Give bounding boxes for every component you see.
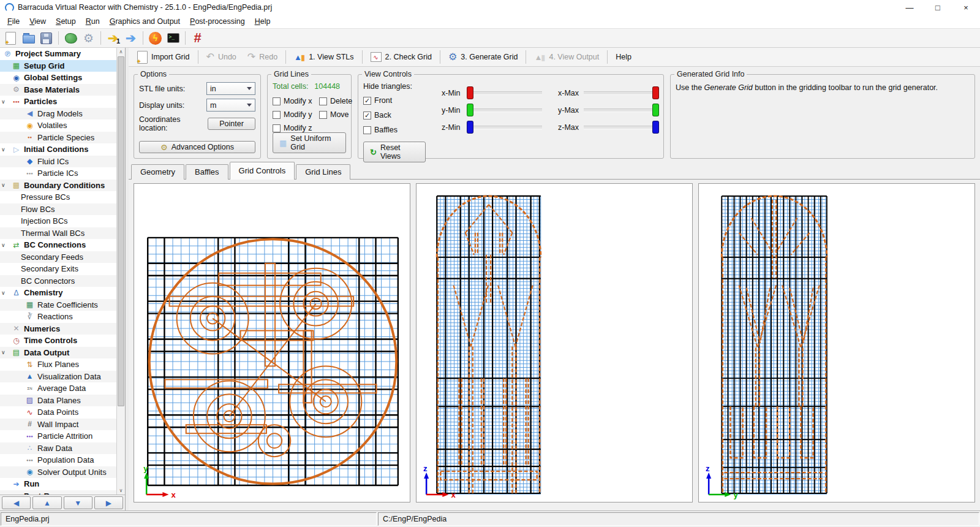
- y-min-slider-handle[interactable]: [467, 104, 473, 116]
- viewport-side-canvas[interactable]: zy: [699, 184, 974, 502]
- import-stl-icon[interactable]: [62, 30, 79, 46]
- check-grid-button[interactable]: ∿2. Check Grid: [366, 51, 437, 63]
- menu-file[interactable]: File: [2, 16, 24, 27]
- expander-icon[interactable]: ∨: [1, 290, 6, 296]
- scrollbar-thumb[interactable]: [118, 56, 124, 406]
- expander-icon[interactable]: ∨: [1, 146, 6, 153]
- hide-triangles-back-checkbox[interactable]: ✓Back: [363, 111, 435, 119]
- pointer-button[interactable]: Pointer: [208, 118, 255, 130]
- sidebar-item-boundary-conditions[interactable]: ∨▩Boundary Conditions: [0, 180, 117, 192]
- sidebar-item-initial-conditions[interactable]: ∨▷Initial Conditions: [0, 143, 117, 156]
- stl-file-units-select[interactable]: in: [206, 82, 255, 95]
- sidebar-item-base-materials[interactable]: ⚙Base Materials: [0, 84, 117, 96]
- sidebar-item-post-run[interactable]: ●Post-Run: [0, 490, 117, 495]
- sidebar-item-bc-connections[interactable]: ∨⇄BC Connections: [0, 239, 117, 251]
- menu-post-processing[interactable]: Post-processing: [185, 16, 250, 27]
- x-max-slider[interactable]: [584, 91, 658, 95]
- sidebar-item-visualization-data[interactable]: ▲Visualization Data: [0, 371, 117, 383]
- sidebar-item-particle-attrition[interactable]: ●●●Particle Attrition: [0, 430, 117, 442]
- import-grid-button[interactable]: ✦Import Grid: [132, 50, 195, 65]
- menu-run[interactable]: Run: [81, 16, 105, 27]
- expander-icon[interactable]: ∨: [1, 349, 6, 355]
- sidebar-item-average-data[interactable]: ΣNAverage Data: [0, 382, 117, 395]
- expander-icon[interactable]: ∨: [1, 182, 6, 188]
- nav-up-button[interactable]: ▲: [32, 496, 61, 509]
- sidebar-item-volatiles[interactable]: ◉Volatiles: [0, 119, 117, 132]
- menu-setup[interactable]: Setup: [51, 16, 81, 27]
- expander-icon[interactable]: ∨: [1, 242, 6, 248]
- open-project-icon[interactable]: [20, 30, 37, 46]
- sidebar-item-secondary-feeds[interactable]: Secondary Feeds: [0, 251, 117, 264]
- sidebar-item-global-settings[interactable]: ◉Global Settings: [0, 72, 117, 84]
- sidebar-item-run[interactable]: ➔Run: [0, 478, 117, 490]
- scroll-up-icon[interactable]: ∧: [117, 48, 125, 56]
- minimize-button[interactable]: —: [895, 0, 924, 15]
- expander-icon[interactable]: ∨: [1, 99, 6, 105]
- restore-button[interactable]: □: [924, 0, 952, 15]
- view-stls-button[interactable]: ▲▮1. View STLs: [289, 51, 358, 63]
- y-max-slider-handle[interactable]: [652, 104, 659, 116]
- tab-baffles[interactable]: Baffles: [186, 164, 228, 180]
- advanced-options-button[interactable]: ⚙ Advanced Options: [139, 141, 255, 153]
- z-max-slider-handle[interactable]: [652, 121, 659, 134]
- grid-lines-modify-y-checkbox[interactable]: Modify y: [273, 110, 319, 119]
- viewport-side-view[interactable]: zy: [698, 183, 975, 502]
- nav-right-button[interactable]: ▶: [94, 496, 123, 509]
- menu-help[interactable]: Help: [250, 16, 276, 27]
- display-units-select[interactable]: m: [206, 99, 255, 112]
- sidebar-item-population-data[interactable]: ●●●Population Data: [0, 454, 117, 466]
- y-min-slider[interactable]: [467, 108, 542, 112]
- tab-grid-lines[interactable]: Grid Lines: [296, 164, 350, 180]
- viewport-top-canvas[interactable]: yx: [134, 184, 410, 502]
- y-max-slider[interactable]: [584, 108, 658, 112]
- grid-lines-modify-z-checkbox[interactable]: Modify z: [273, 124, 319, 132]
- sidebar-item-solver-output-units[interactable]: ◉Solver Output Units: [0, 466, 117, 479]
- sidebar-item-setup-grid[interactable]: ▦Setup Grid: [0, 60, 117, 72]
- viewport-top-view[interactable]: yx: [134, 183, 410, 502]
- tab-geometry[interactable]: Geometry: [131, 164, 184, 180]
- hide-triangles-baffles-checkbox[interactable]: Baffles: [363, 126, 435, 134]
- sidebar-item-time-controls[interactable]: ◷Time Controls: [0, 335, 117, 347]
- step-one-arrow-icon[interactable]: ➔1: [105, 30, 121, 46]
- sidebar-item-chemistry[interactable]: ∨ΔChemistry: [0, 287, 117, 299]
- sidebar-item-reactions[interactable]: ∛Reactions: [0, 311, 117, 323]
- sidebar-item-fluid-ics[interactable]: ◆Fluid ICs: [0, 156, 117, 168]
- grid-gear-icon[interactable]: ⚙: [80, 30, 97, 46]
- sidebar-item-wall-impact[interactable]: #Wall Impact: [0, 419, 117, 431]
- viewport-front-view[interactable]: zx: [416, 183, 693, 502]
- sidebar-item-numerics[interactable]: ✕Numerics: [0, 323, 117, 335]
- x-max-slider-handle[interactable]: [652, 86, 659, 99]
- wall-grid-icon[interactable]: #: [189, 30, 206, 46]
- sidebar-item-raw-data[interactable]: ∴Raw Data: [0, 442, 117, 455]
- sidebar-item-flux-planes[interactable]: ⇅Flux Planes: [0, 358, 117, 371]
- z-min-slider-handle[interactable]: [467, 121, 473, 134]
- z-min-slider[interactable]: [467, 126, 542, 129]
- sidebar-item-particle-species[interactable]: ●●Particle Species: [0, 132, 117, 144]
- z-max-slider[interactable]: [584, 126, 658, 129]
- nav-down-button[interactable]: ▼: [64, 496, 92, 509]
- grid-lines-modify-x-checkbox[interactable]: Modify x: [273, 97, 319, 105]
- scroll-down-icon[interactable]: ∨: [117, 487, 125, 495]
- sidebar-item-data-output[interactable]: ∨▤Data Output: [0, 347, 117, 359]
- run-solver-icon[interactable]: ϟ: [147, 30, 164, 46]
- menu-view[interactable]: View: [24, 16, 51, 27]
- x-min-slider-handle[interactable]: [467, 86, 473, 99]
- sidebar-item-particle-ics[interactable]: ●●●Particle ICs: [0, 167, 117, 180]
- sidebar-item-thermal-wall-bcs[interactable]: Thermal Wall BCs: [0, 227, 117, 240]
- terminal-icon[interactable]: >_: [165, 30, 181, 46]
- viewport-front-canvas[interactable]: zx: [417, 184, 692, 502]
- sidebar-item-pressure-bcs[interactable]: Pressure BCs: [0, 191, 117, 203]
- sidebar-item-flow-bcs[interactable]: Flow BCs: [0, 203, 117, 216]
- step-forward-arrow-icon[interactable]: ➔: [123, 30, 139, 46]
- nav-left-button[interactable]: ◀: [2, 496, 31, 509]
- close-button[interactable]: ×: [952, 0, 980, 15]
- reset-views-button[interactable]: ↻ Reset Views: [363, 142, 426, 162]
- grid-lines-delete-checkbox[interactable]: Delete: [319, 97, 352, 105]
- sidebar-item-data-points[interactable]: ∿Data Points: [0, 406, 117, 419]
- set-uniform-grid-button[interactable]: ▦ Set Uniform Grid: [273, 132, 346, 153]
- sidebar-item-data-planes[interactable]: ▨Data Planes: [0, 395, 117, 407]
- menu-graphics-and-output[interactable]: Graphics and Output: [105, 16, 185, 27]
- hide-triangles-front-checkbox[interactable]: ✓Front: [363, 96, 435, 105]
- generate-grid-button[interactable]: ⚙3. Generate Grid: [443, 51, 522, 63]
- help-button[interactable]: Help: [611, 51, 636, 63]
